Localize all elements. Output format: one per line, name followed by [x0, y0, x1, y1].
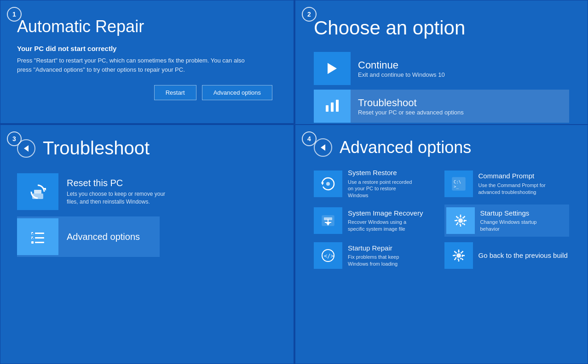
- svg-rect-3: [336, 100, 339, 112]
- option-go-back[interactable]: Go back to the previous build: [444, 242, 570, 269]
- back-arrow-icon-4: [319, 143, 327, 152]
- cmd-desc: Use the Command Prompt for advanced trou…: [478, 182, 548, 196]
- startup-repair-desc: Fix problems that keep Windows from load…: [348, 254, 417, 267]
- cmd-title: Command Prompt: [478, 171, 548, 181]
- code-icon: </>: [320, 248, 336, 263]
- arrow-right-icon: [324, 60, 340, 77]
- restart-button[interactable]: Restart: [154, 85, 196, 100]
- troubleshoot-icon-box: [314, 90, 351, 123]
- system-restore-icon-box: [314, 171, 342, 197]
- svg-text:>_: >_: [454, 184, 459, 189]
- advanced-3-text: Advanced options: [67, 232, 140, 242]
- svg-rect-9: [35, 233, 44, 234]
- reset-pc-desc: Lets you choose to keep or remove your f…: [67, 190, 168, 206]
- option-troubleshoot[interactable]: Troubleshoot Reset your PC or see advanc…: [314, 90, 569, 123]
- troubleshoot-text: Troubleshoot Reset your PC or see advanc…: [358, 97, 569, 116]
- back-arrow-icon: [22, 144, 30, 153]
- option-cmd[interactable]: C:\ >_ Command Prompt Use the Command Pr…: [444, 168, 570, 199]
- panel4-header: Advanced options: [314, 138, 569, 157]
- svg-rect-11: [35, 237, 44, 239]
- svg-marker-4: [24, 145, 29, 152]
- go-back-icon-box: [444, 242, 473, 269]
- option-reset-pc[interactable]: Reset this PC Lets you choose to keep or…: [17, 173, 277, 210]
- reset-pc-text: Reset this PC Lets you choose to keep or…: [67, 178, 168, 206]
- gear-icon: [453, 213, 468, 228]
- reset-icon: [28, 182, 48, 202]
- startup-repair-icon-box: </>: [314, 242, 342, 269]
- startup-settings-text: Startup Settings Change Windows startup …: [480, 209, 549, 233]
- advanced-options-grid: System Restore Use a restore point recor…: [314, 168, 569, 269]
- panel2-title: Choose an option: [314, 17, 569, 39]
- gear2-icon: [451, 248, 467, 263]
- svg-rect-1: [326, 105, 329, 112]
- advanced-3-title: Advanced options: [67, 232, 140, 242]
- startup-repair-title: Startup Repair: [348, 244, 417, 253]
- cmd-icon-box: C:\ >_: [444, 171, 473, 197]
- system-restore-title: System Restore: [348, 168, 417, 177]
- step-badge-1: 1: [7, 7, 22, 22]
- image-recovery-text: System Image Recovery Recover Windows us…: [348, 209, 423, 233]
- disk-icon: [320, 213, 336, 228]
- option-system-restore[interactable]: System Restore Use a restore point recor…: [314, 168, 439, 199]
- continue-text: Continue Exit and continue to Windows 10: [358, 59, 569, 78]
- panel1-title: Automatic Repair: [17, 17, 277, 36]
- troubleshoot-subtitle: Reset your PC or see advanced options: [358, 109, 569, 116]
- svg-rect-12: [31, 241, 34, 244]
- system-restore-desc: Use a restore point recorded on your PC …: [348, 179, 417, 199]
- image-recovery-desc: Recover Windows using a specific system …: [348, 219, 417, 233]
- svg-point-27: [456, 253, 461, 258]
- go-back-text: Go back to the previous build: [478, 251, 568, 260]
- step-badge-3: 3: [7, 131, 22, 146]
- svg-point-16: [326, 182, 330, 186]
- startup-settings-icon-box: [446, 207, 475, 234]
- continue-title: Continue: [358, 59, 569, 71]
- option-startup-repair[interactable]: </> Startup Repair Fix problems that kee…: [314, 242, 439, 269]
- troubleshoot-title: Troubleshoot: [358, 97, 569, 109]
- restore-icon: [320, 176, 336, 192]
- svg-point-23: [458, 218, 463, 223]
- option-advanced-3[interactable]: Advanced options: [17, 216, 160, 257]
- continue-icon-box: [314, 52, 351, 85]
- svg-rect-7: [34, 190, 41, 193]
- system-restore-text: System Restore Use a restore point recor…: [348, 168, 417, 199]
- svg-text:</>: </>: [324, 253, 334, 259]
- option-image-recovery[interactable]: System Image Recovery Recover Windows us…: [314, 205, 439, 237]
- checklist-icon: [29, 228, 47, 246]
- reset-pc-icon-box: [17, 173, 58, 210]
- back-button-4[interactable]: [314, 138, 332, 157]
- reset-pc-title: Reset this PC: [67, 178, 168, 188]
- svg-text:C:\: C:\: [454, 180, 461, 184]
- panel1-subtitle: Your PC did not start correctly: [17, 45, 277, 52]
- wrench-icon: [324, 98, 340, 114]
- advanced-options-button-1[interactable]: Advanced options: [202, 85, 272, 100]
- option-continue[interactable]: Continue Exit and continue to Windows 10: [314, 52, 569, 85]
- startup-settings-title: Startup Settings: [480, 209, 549, 218]
- svg-rect-2: [331, 102, 334, 112]
- option-startup-settings[interactable]: Startup Settings Change Windows startup …: [444, 205, 570, 237]
- panel-advanced-options: 4 Advanced options System Restore Use a …: [294, 124, 588, 364]
- image-recovery-icon-box: [314, 207, 342, 234]
- panel-troubleshoot: 3 Troubleshoot Reset this PC Lets you ch…: [0, 124, 294, 364]
- step-badge-4: 4: [302, 131, 317, 146]
- panel4-title: Advanced options: [340, 138, 471, 157]
- svg-rect-13: [35, 242, 44, 243]
- go-back-title: Go back to the previous build: [478, 251, 568, 260]
- panel-automatic-repair: 1 Automatic Repair Your PC did not start…: [0, 0, 294, 124]
- startup-settings-desc: Change Windows startup behavior: [480, 219, 549, 233]
- svg-marker-14: [321, 144, 325, 151]
- panel1-buttons: Restart Advanced options: [17, 85, 277, 100]
- continue-subtitle: Exit and continue to Windows 10: [358, 71, 569, 78]
- panel3-header: Troubleshoot: [17, 138, 277, 159]
- panel1-description: Press "Restart" to restart your PC, whic…: [17, 56, 256, 74]
- step-badge-2: 2: [302, 7, 317, 22]
- startup-repair-text: Startup Repair Fix problems that keep Wi…: [348, 244, 417, 267]
- svg-marker-0: [328, 63, 337, 74]
- cmd-icon: C:\ >_: [451, 176, 467, 192]
- panel3-title: Troubleshoot: [43, 138, 150, 159]
- advanced-icon-box: [17, 218, 58, 255]
- image-recovery-title: System Image Recovery: [348, 209, 423, 218]
- cmd-text: Command Prompt Use the Command Prompt fo…: [478, 171, 548, 195]
